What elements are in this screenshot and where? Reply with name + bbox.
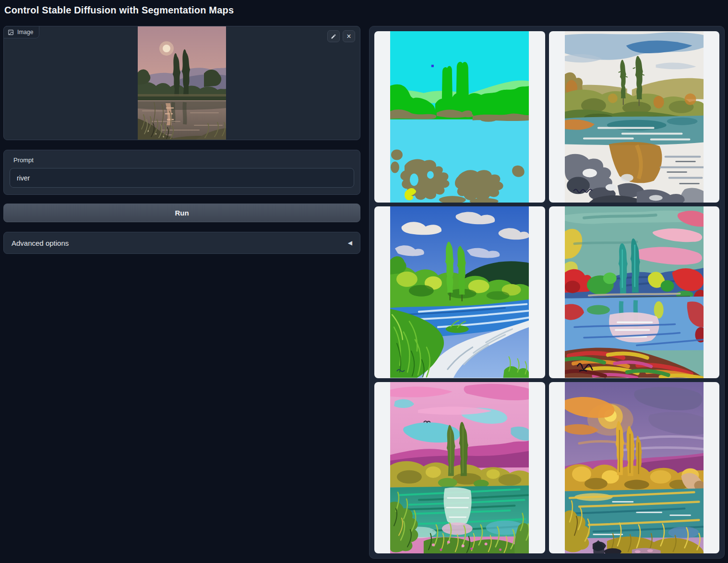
segmentation-map-image — [390, 31, 529, 203]
golden-dusk-river-image — [565, 382, 704, 553]
gallery-item-golden-dusk-river[interactable] — [549, 382, 720, 553]
clear-image-button[interactable]: × — [343, 30, 355, 42]
prompt-label: Prompt — [13, 156, 354, 164]
gallery-item-fauvist-river[interactable] — [549, 206, 720, 378]
output-gallery — [369, 26, 725, 559]
input-column: Image × — [3, 26, 360, 254]
image-input-panel: Image × — [3, 26, 360, 140]
pencil-icon — [331, 34, 336, 39]
gallery-item-watercolor-river[interactable] — [549, 31, 720, 203]
close-icon: × — [346, 33, 351, 40]
oil-river-daylight-image — [390, 206, 529, 378]
image-actions: × — [327, 30, 355, 42]
app-root: Control Stable Diffusion with Segmentati… — [3, 5, 725, 559]
image-input-label: Image — [3, 26, 39, 38]
gallery-item-pink-sunset-river[interactable] — [374, 382, 545, 553]
pink-sunset-river-image — [390, 382, 529, 553]
page-title: Control Stable Diffusion with Segmentati… — [4, 5, 725, 16]
uploaded-image-svg — [138, 26, 226, 140]
gallery-item-segmentation-map[interactable] — [374, 31, 545, 203]
image-icon — [8, 29, 14, 36]
uploaded-image[interactable] — [138, 26, 226, 140]
gallery-item-oil-river-daylight[interactable] — [374, 206, 545, 378]
chevron-left-icon: ◀ — [348, 240, 352, 246]
advanced-options-accordion[interactable]: Advanced options ◀ — [3, 232, 360, 254]
image-input-label-text: Image — [17, 29, 33, 36]
watercolor-river-image — [565, 31, 704, 203]
advanced-options-label: Advanced options — [12, 239, 69, 247]
fauvist-river-image — [565, 206, 704, 378]
edit-image-button[interactable] — [327, 30, 340, 42]
prompt-input[interactable] — [10, 168, 354, 188]
run-button[interactable]: Run — [3, 204, 360, 222]
main-layout: Image × — [3, 26, 725, 559]
prompt-panel: Prompt — [3, 150, 360, 195]
